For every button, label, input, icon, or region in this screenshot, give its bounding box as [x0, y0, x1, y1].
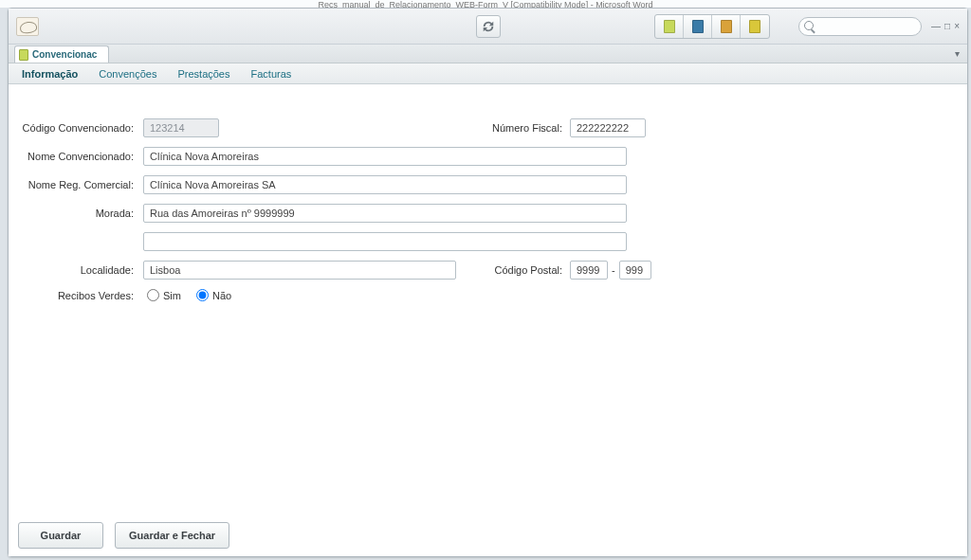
sub-navigation: Informação Convenções Prestações Factura…	[9, 63, 967, 84]
segment-2[interactable]	[684, 15, 712, 38]
input-fiscal[interactable]	[570, 118, 646, 137]
maximize-button[interactable]: □	[944, 21, 950, 31]
nav-prestacoes[interactable]: Prestações	[177, 68, 229, 80]
segment-color-icon	[692, 20, 704, 33]
document-tab-label: Convencionac	[32, 49, 97, 60]
refresh-button[interactable]	[476, 15, 501, 38]
label-morada: Morada:	[20, 208, 143, 219]
background-word-title: Recs_manual_de_Relacionamento_WEB-Form_V…	[0, 0, 971, 8]
window-controls: — □ ×	[931, 21, 960, 31]
radio-nao[interactable]	[196, 289, 209, 301]
document-tab-strip: Convencionac ▾	[9, 45, 967, 63]
input-morada-1[interactable]	[143, 204, 627, 223]
tabstrip-chevron-icon[interactable]: ▾	[955, 48, 960, 59]
label-codigo-postal: Código Postal:	[485, 264, 570, 276]
input-codigo-postal-2[interactable]	[619, 261, 651, 280]
radio-nao-label[interactable]: Não	[196, 289, 231, 301]
label-codigo: Código Convencionado:	[20, 122, 143, 134]
input-morada-2[interactable]	[143, 232, 627, 251]
segment-1[interactable]	[655, 15, 684, 38]
guardar-button[interactable]: Guardar	[18, 522, 103, 549]
label-recibos-verdes: Recibos Verdes:	[20, 290, 143, 301]
close-button[interactable]: ×	[954, 21, 960, 31]
app-logo-icon	[16, 17, 39, 36]
recibos-radio-group: Sim Não	[147, 289, 231, 301]
document-tab-icon	[19, 49, 28, 61]
nav-informacao[interactable]: Informação	[22, 68, 78, 80]
color-segment-group	[654, 14, 770, 39]
footer-buttons: Guardar Guardar e Fechar	[18, 522, 229, 549]
label-fiscal: Número Fiscal:	[485, 122, 570, 134]
nav-convencoes[interactable]: Convenções	[99, 68, 156, 80]
radio-sim[interactable]	[147, 289, 159, 301]
guardar-fechar-button[interactable]: Guardar e Fechar	[115, 522, 229, 549]
minimize-button[interactable]: —	[931, 21, 941, 31]
label-localidade: Localidade:	[20, 264, 143, 276]
radio-sim-text: Sim	[163, 290, 181, 301]
segment-color-icon	[721, 20, 732, 33]
cp-separator: -	[608, 264, 619, 276]
search-input[interactable]	[798, 17, 922, 36]
titlebar: — □ ×	[9, 9, 967, 45]
input-nome-convencionado[interactable]	[143, 147, 627, 166]
app-window: — □ × Convencionac ▾ Informação Convençõ…	[8, 8, 968, 557]
radio-nao-text: Não	[212, 290, 231, 301]
segment-color-icon	[749, 20, 760, 33]
segment-color-icon	[664, 20, 675, 33]
search-icon	[804, 21, 814, 30]
input-localidade[interactable]	[143, 261, 456, 280]
segment-4[interactable]	[741, 15, 769, 38]
search-wrap	[798, 17, 922, 36]
form-content-area: Código Convencionado: Número Fiscal: Nom…	[9, 84, 967, 556]
input-nome-reg-comercial[interactable]	[143, 175, 627, 194]
input-codigo	[143, 118, 219, 137]
input-codigo-postal-1[interactable]	[570, 261, 608, 280]
label-nome-convencionado: Nome Convencionado:	[20, 151, 143, 162]
label-nome-reg-comercial: Nome Reg. Comercial:	[20, 179, 143, 190]
segment-3[interactable]	[712, 15, 741, 38]
document-tab[interactable]: Convencionac	[14, 45, 109, 63]
nav-facturas[interactable]: Facturas	[250, 68, 291, 80]
refresh-icon	[482, 20, 495, 33]
radio-sim-label[interactable]: Sim	[147, 289, 181, 301]
